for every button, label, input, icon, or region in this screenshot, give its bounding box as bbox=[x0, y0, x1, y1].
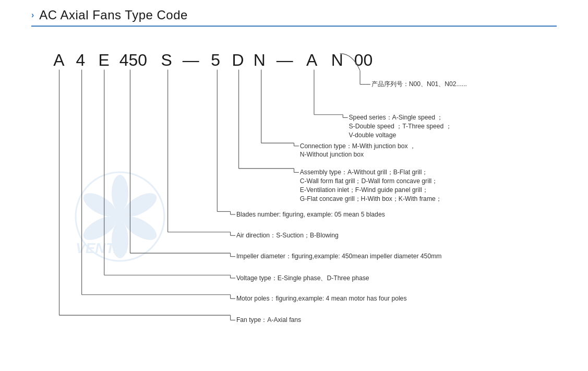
page-title: AC Axial Fans Type Code bbox=[39, 8, 188, 22]
code-E: E bbox=[99, 51, 110, 69]
desc-connection-line1: Connection type：M-With junction box ， bbox=[300, 142, 416, 149]
diagram-svg: A 4 E 450 S — 5 D N — A N 00 bbox=[31, 27, 557, 340]
code-A: A bbox=[53, 51, 65, 69]
desc-assembly-line4: G-Flat concave grill；H-With box；K-With f… bbox=[300, 195, 442, 202]
code-N: N bbox=[254, 51, 266, 69]
desc-speed-series-line3: V-double voltage bbox=[349, 131, 397, 138]
desc-fan-type: Fan type：A-Axial fans bbox=[236, 316, 301, 324]
title-area: › AC Axial Fans Type Code bbox=[31, 8, 557, 22]
desc-assembly-line1: Assembly type：A-Without grill；B-Flat gri… bbox=[300, 169, 428, 176]
desc-impeller: Impeller diameter：figuring,example: 450m… bbox=[236, 253, 442, 260]
code-A2: A bbox=[306, 51, 318, 69]
code-5: 5 bbox=[211, 51, 220, 69]
diagram-area: VENTAI A 4 E 450 S — 5 D N — bbox=[31, 27, 557, 340]
desc-connection-line2: N-Without junction box bbox=[300, 151, 364, 158]
code-dash2: — bbox=[277, 51, 293, 69]
code-4: 4 bbox=[76, 51, 85, 69]
chevron-icon: › bbox=[31, 10, 34, 20]
code-dash1: — bbox=[183, 51, 199, 69]
page-container: › AC Axial Fans Type Code bbox=[0, 0, 588, 371]
code-D: D bbox=[232, 51, 244, 69]
desc-voltage: Voltage type：E-Single phase、D-Three phas… bbox=[236, 274, 369, 281]
desc-product-series-label: 产品序列号：N00、N01、N02...... bbox=[371, 80, 467, 88]
desc-speed-series-line1: Speed series：A-Single speed ； bbox=[349, 114, 443, 121]
code-00: 00 bbox=[354, 51, 373, 69]
desc-blades: Blades number: figuring, example: 05 mea… bbox=[236, 210, 385, 218]
desc-assembly-line3: E-Ventilation inlet；F-Wind guide panel g… bbox=[300, 186, 428, 193]
desc-assembly-line2: C-Wall form flat grill；D-Wall form conca… bbox=[300, 177, 438, 185]
code-450: 450 bbox=[119, 51, 147, 69]
desc-motor-poles: Motor poles：figuring,example: 4 mean mot… bbox=[236, 295, 407, 302]
desc-air-direction: Air direction：S-Suction；B-Blowing bbox=[236, 232, 339, 239]
code-S: S bbox=[161, 51, 172, 69]
desc-speed-series-line2: S-Double speed ；T-Three speed ； bbox=[349, 123, 452, 130]
